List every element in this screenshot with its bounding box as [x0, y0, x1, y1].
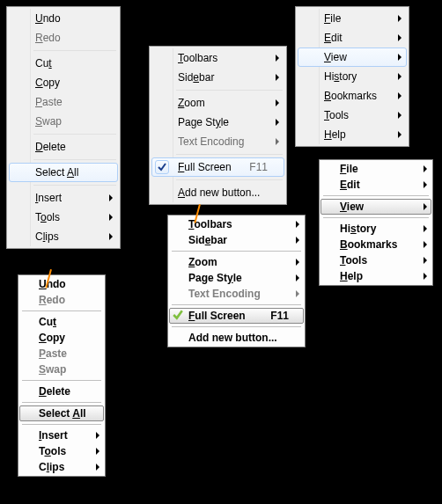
chevron-right-icon	[398, 34, 401, 41]
menu-item-text-encoding: Text Encoding	[151, 132, 284, 151]
menu-item-insert[interactable]: Insert	[9, 188, 118, 208]
separator	[22, 380, 101, 381]
separator	[22, 402, 101, 403]
menu-item-tools[interactable]: Tools	[19, 443, 104, 459]
menu-item-history[interactable]: History	[298, 67, 407, 86]
separator	[176, 179, 283, 180]
menu-item-help[interactable]: Help	[320, 268, 431, 284]
check-icon	[155, 160, 169, 174]
chevron-right-icon	[398, 73, 401, 80]
menu-item-page-style[interactable]: Page Style	[169, 270, 304, 286]
menu-item-cut[interactable]: Cut	[19, 314, 104, 330]
menu-item-tools[interactable]: Tools	[9, 208, 118, 227]
menu-item-delete[interactable]: Delete	[9, 137, 118, 157]
chevron-right-icon	[398, 131, 401, 138]
separator	[323, 217, 429, 218]
check-icon	[173, 310, 185, 322]
menu-item-tools[interactable]: Tools	[320, 252, 431, 268]
chevron-right-icon	[296, 290, 299, 297]
view-menu-classic: Toolbars Sidebar Zoom Page Style Text En…	[167, 215, 306, 347]
chevron-right-icon	[296, 221, 299, 228]
menu-item-view[interactable]: View	[298, 47, 407, 67]
separator	[33, 185, 116, 186]
separator	[323, 195, 429, 196]
separator	[172, 326, 301, 327]
edit-menu-aero: Undo Redo Cut Copy Paste Swap Delete Sel…	[6, 6, 121, 249]
menu-item-edit[interactable]: Edit	[298, 28, 407, 47]
separator	[176, 90, 283, 91]
chevron-right-icon	[109, 194, 113, 201]
menu-item-zoom[interactable]: Zoom	[151, 93, 284, 113]
chevron-right-icon	[398, 15, 401, 22]
menu-item-bookmarks[interactable]: Bookmarks	[320, 237, 431, 252]
chevron-right-icon	[398, 92, 401, 99]
separator	[33, 134, 116, 135]
chevron-right-icon	[398, 112, 401, 119]
separator	[172, 304, 301, 305]
menu-item-clips[interactable]: Clips	[9, 227, 118, 246]
menu-item-file[interactable]: File	[298, 9, 407, 28]
main-menu-classic: File Edit View History Bookmarks Tools H…	[319, 159, 433, 286]
menu-item-toolbars[interactable]: Toolbars	[151, 48, 284, 68]
chevron-right-icon	[296, 274, 299, 281]
menu-item-copy[interactable]: Copy	[19, 330, 104, 346]
menu-item-full-screen[interactable]: Full Screen F11	[169, 308, 304, 324]
chevron-right-icon	[424, 165, 427, 172]
menu-item-edit[interactable]: Edit	[320, 177, 431, 193]
chevron-right-icon	[276, 138, 279, 145]
menu-item-add-new-button[interactable]: Add new button...	[151, 183, 284, 202]
menu-item-redo: Redo	[19, 292, 104, 308]
menu-item-cut[interactable]: Cut	[9, 54, 118, 73]
chevron-right-icon	[424, 241, 427, 248]
menu-item-delete[interactable]: Delete	[19, 383, 104, 399]
chevron-right-icon	[296, 237, 299, 244]
chevron-right-icon	[424, 225, 427, 232]
menu-item-bookmarks[interactable]: Bookmarks	[298, 86, 407, 106]
separator	[33, 159, 116, 160]
menu-item-insert[interactable]: Insert	[19, 427, 104, 443]
menu-item-clips[interactable]: Clips	[19, 459, 104, 475]
menu-item-help[interactable]: Help	[298, 125, 407, 144]
menu-item-history[interactable]: History	[320, 221, 431, 237]
chevron-right-icon	[424, 273, 427, 280]
chevron-right-icon	[276, 119, 279, 126]
chevron-right-icon	[96, 464, 99, 471]
view-menu-aero: Toolbars Sidebar Zoom Page Style Text En…	[149, 46, 287, 205]
menu-item-view[interactable]: View	[320, 199, 431, 215]
menu-item-redo: Redo	[9, 28, 118, 47]
separator	[33, 50, 116, 51]
menu-item-undo[interactable]: Undo	[19, 276, 104, 292]
menu-item-tools[interactable]: Tools	[298, 106, 407, 125]
chevron-right-icon	[96, 448, 99, 455]
menu-item-file[interactable]: File	[320, 161, 431, 177]
separator	[22, 424, 101, 425]
menu-item-page-style[interactable]: Page Style	[151, 113, 284, 132]
menu-item-select-all[interactable]: Select All	[19, 405, 104, 421]
chevron-right-icon	[424, 257, 427, 264]
chevron-right-icon	[398, 54, 401, 61]
menu-item-add-new-button[interactable]: Add new button...	[169, 330, 304, 346]
chevron-right-icon	[109, 214, 113, 221]
chevron-right-icon	[424, 203, 427, 210]
menu-item-sidebar[interactable]: Sidebar	[169, 232, 304, 248]
menu-item-zoom[interactable]: Zoom	[169, 254, 304, 270]
menu-item-paste: Paste	[9, 92, 118, 112]
edit-menu-classic: Undo Redo Cut Copy Paste Swap Delete Sel…	[18, 274, 106, 477]
menu-item-full-screen[interactable]: Full Screen F11	[151, 157, 284, 177]
separator	[22, 310, 101, 311]
menu-item-swap: Swap	[9, 112, 118, 131]
menu-item-swap: Swap	[19, 362, 104, 377]
menu-item-undo[interactable]: Undo	[9, 9, 118, 28]
separator	[172, 251, 301, 252]
chevron-right-icon	[109, 233, 113, 240]
separator	[176, 154, 283, 155]
main-menu-aero: File Edit View History Bookmarks Tools H…	[295, 6, 409, 147]
menu-item-toolbars[interactable]: Toolbars	[169, 216, 304, 232]
menu-item-paste: Paste	[19, 346, 104, 362]
menu-item-select-all[interactable]: Select All	[9, 163, 118, 182]
chevron-right-icon	[276, 74, 279, 81]
menu-item-sidebar[interactable]: Sidebar	[151, 68, 284, 87]
chevron-right-icon	[424, 181, 427, 188]
chevron-right-icon	[276, 55, 279, 62]
menu-item-copy[interactable]: Copy	[9, 73, 118, 92]
